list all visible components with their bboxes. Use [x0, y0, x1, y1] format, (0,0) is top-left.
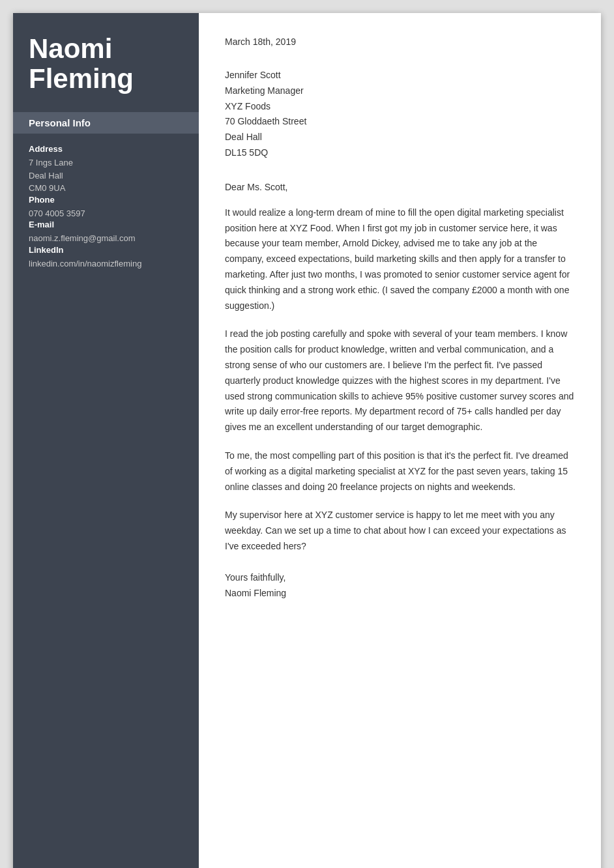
recipient-title: Marketing Manager: [225, 83, 575, 99]
recipient-name: Jennifer Scott: [225, 68, 575, 83]
paragraph-1: It would realize a long-term dream of mi…: [225, 205, 575, 314]
address-value: 7 Ings Lane Deal Hall CM0 9UA: [29, 156, 183, 195]
paragraph-3: To me, the most compelling part of this …: [225, 448, 575, 495]
email-value: naomi.z.fleming@gmail.com: [29, 232, 183, 245]
salutation: Dear Ms. Scott,: [225, 182, 575, 192]
address-section: Address 7 Ings Lane Deal Hall CM0 9UA: [29, 144, 183, 195]
resume-page: Naomi Fleming Personal Info Address 7 In…: [13, 13, 601, 868]
closing-line: Yours faithfully,: [225, 570, 575, 586]
closing-block: Yours faithfully, Naomi Fleming: [225, 570, 575, 601]
recipient-city: Deal Hall: [225, 130, 575, 145]
linkedin-section: LinkedIn linkedin.com/in/naomizfleming: [29, 245, 183, 270]
email-section: E-mail naomi.z.fleming@gmail.com: [29, 220, 183, 245]
phone-label: Phone: [29, 195, 183, 205]
email-label: E-mail: [29, 220, 183, 229]
recipient-street: 70 Gloddaeth Street: [225, 114, 575, 130]
letter-date: March 18th, 2019: [225, 36, 575, 47]
phone-value: 070 4005 3597: [29, 207, 183, 220]
phone-section: Phone 070 4005 3597: [29, 195, 183, 220]
personal-info-header: Personal Info: [13, 112, 199, 134]
closing-name: Naomi Fleming: [225, 586, 575, 601]
paragraph-2: I read the job posting carefully and spo…: [225, 326, 575, 435]
main-content: March 18th, 2019 Jennifer Scott Marketin…: [199, 13, 601, 868]
applicant-name: Naomi Fleming: [29, 34, 183, 94]
sidebar: Naomi Fleming Personal Info Address 7 In…: [13, 13, 199, 868]
recipient-block: Jennifer Scott Marketing Manager XYZ Foo…: [225, 68, 575, 161]
address-label: Address: [29, 144, 183, 154]
linkedin-label: LinkedIn: [29, 245, 183, 255]
linkedin-value: linkedin.com/in/naomizfleming: [29, 257, 183, 270]
recipient-company: XYZ Foods: [225, 99, 575, 115]
recipient-postcode: DL15 5DQ: [225, 145, 575, 161]
paragraph-4: My supervisor here at XYZ customer servi…: [225, 508, 575, 554]
